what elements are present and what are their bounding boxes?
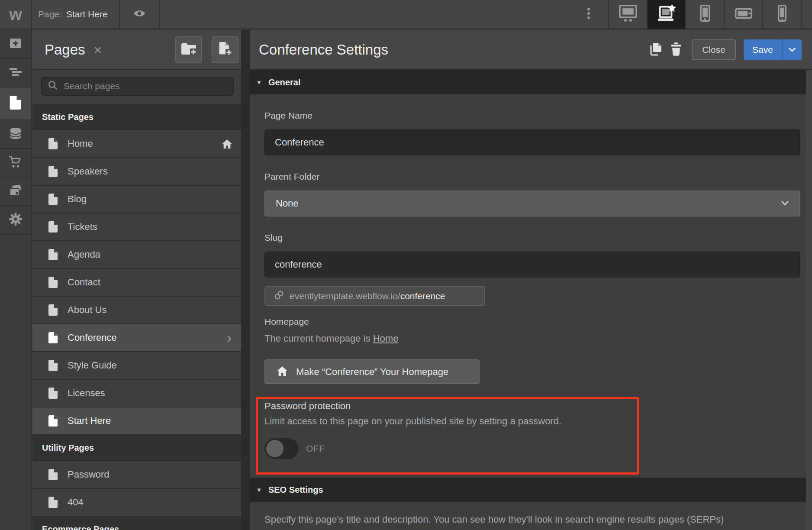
- page-item-blog[interactable]: Blog: [32, 186, 241, 213]
- save-options-button[interactable]: [782, 39, 802, 60]
- url-prefix: eventlytemplate.webflow.io/: [290, 291, 400, 301]
- section-general-header[interactable]: ▼ General: [250, 70, 806, 94]
- pages-list: Static PagesHomeSpeakersBlogTicketsAgend…: [32, 104, 241, 530]
- page-file-icon: [48, 138, 58, 149]
- webflow-logo[interactable]: w: [0, 0, 32, 29]
- top-bar: w Page: Start Here: [0, 0, 812, 29]
- pages-section-header: Ecommerce Pages: [32, 517, 241, 530]
- slug-label: Slug: [264, 233, 812, 244]
- add-page-button[interactable]: [212, 36, 238, 63]
- page-indicator-value: Start Here: [66, 9, 108, 19]
- seo-description: Specify this page's title and descriptio…: [264, 514, 812, 525]
- current-homepage-text: The current homepage is: [264, 333, 373, 344]
- save-button[interactable]: Save: [744, 39, 782, 60]
- slug-input[interactable]: [264, 252, 800, 278]
- page-item-label: Contact: [68, 277, 100, 288]
- toolbar-assets-button[interactable]: [0, 178, 31, 206]
- url-slug: conference: [400, 291, 445, 301]
- page-item-home[interactable]: Home: [32, 130, 241, 158]
- device-phone-button[interactable]: [762, 0, 801, 29]
- toolbar-pages-button[interactable]: [0, 87, 31, 120]
- duplicate-page-button[interactable]: [649, 42, 662, 58]
- eye-icon: [133, 8, 146, 20]
- toolbar-ecommerce-button[interactable]: [0, 149, 31, 178]
- toolbar-add-elements-button[interactable]: [0, 30, 31, 59]
- page-url-preview[interactable]: eventlytemplate.webflow.io/conference: [264, 286, 485, 306]
- page-item-password[interactable]: Password: [32, 461, 241, 489]
- make-homepage-button[interactable]: Make “Conference” Your Homepage: [264, 359, 480, 384]
- left-toolbar: [0, 30, 32, 530]
- add-elements-icon: [9, 38, 22, 51]
- caret-down-icon: [781, 200, 789, 207]
- pages-panel-title: Pages: [45, 42, 85, 58]
- pages-section-header: Static Pages: [32, 104, 241, 130]
- page-item-label: Start Here: [68, 415, 111, 427]
- section-seo-label: SEO Settings: [268, 485, 323, 495]
- pages-icon: [10, 96, 21, 111]
- password-protection-desc: Limit access to this page on your publis…: [264, 416, 812, 428]
- page-item-404[interactable]: 404: [32, 489, 241, 517]
- page-item-start-here[interactable]: Start Here: [32, 407, 241, 435]
- parent-folder-select[interactable]: None: [264, 191, 800, 217]
- page-item-about-us[interactable]: About Us: [32, 297, 241, 324]
- page-item-tickets[interactable]: Tickets: [32, 213, 241, 241]
- panel-divider: [241, 30, 250, 530]
- topbar-spacer: [160, 0, 569, 29]
- navigator-icon: [9, 68, 22, 78]
- page-item-agenda[interactable]: Agenda: [32, 241, 241, 269]
- page-item-label: About Us: [68, 304, 107, 316]
- parent-folder-value: None: [276, 198, 299, 209]
- pages-panel-header: Pages ×: [32, 30, 241, 70]
- toolbar-navigator-button[interactable]: [0, 59, 31, 87]
- page-item-label: Conference: [68, 332, 117, 343]
- device-tablet-button[interactable]: [685, 0, 724, 29]
- page-file-icon: [48, 469, 58, 480]
- device-desktop-button[interactable]: [608, 0, 647, 29]
- page-file-icon: [48, 277, 58, 288]
- page-item-style-guide[interactable]: Style Guide: [32, 352, 241, 380]
- current-page-indicator[interactable]: Page: Start Here: [32, 0, 120, 29]
- preview-toggle-button[interactable]: [120, 0, 160, 29]
- password-protection-title: Password protection: [264, 401, 812, 412]
- search-input[interactable]: [63, 81, 227, 92]
- add-folder-button[interactable]: [175, 36, 202, 63]
- folder-add-icon: [180, 42, 197, 58]
- page-indicator-label: Page:: [38, 9, 62, 19]
- page-item-label: Agenda: [68, 249, 100, 260]
- general-section-body: Page Name Parent Folder None Slug eventl…: [250, 110, 812, 459]
- toolbar-settings-button[interactable]: [0, 206, 31, 235]
- current-homepage-line: The current homepage is Home: [264, 333, 812, 345]
- pages-search-box[interactable]: [41, 77, 234, 96]
- ecommerce-icon: [9, 156, 23, 170]
- page-name-input[interactable]: [264, 129, 800, 155]
- pages-panel-close-icon[interactable]: ×: [94, 43, 102, 57]
- device-tablet-landscape-button[interactable]: [724, 0, 762, 29]
- overflow-menu-button[interactable]: [569, 0, 608, 29]
- home-icon: [277, 366, 288, 378]
- page-item-contact[interactable]: Contact: [32, 269, 241, 297]
- homepage-link[interactable]: Home: [373, 333, 399, 344]
- kebab-menu-icon: [587, 7, 590, 21]
- link-icon: [274, 290, 284, 302]
- page-item-label: Home: [68, 138, 93, 149]
- page-item-speakers[interactable]: Speakers: [32, 158, 241, 186]
- close-button[interactable]: Close: [692, 39, 736, 60]
- page-item-conference[interactable]: Conference›: [32, 324, 241, 352]
- tablet-icon: [696, 4, 715, 24]
- page-item-licenses[interactable]: Licenses: [32, 380, 241, 407]
- search-icon: [48, 81, 58, 92]
- collapse-triangle-icon: ▼: [256, 79, 262, 86]
- device-laptop-star-button[interactable]: [647, 0, 685, 29]
- page-file-icon: [48, 388, 58, 399]
- page-item-label: Password: [68, 469, 110, 480]
- page-item-label: Licenses: [68, 388, 105, 399]
- page-add-icon: [218, 41, 232, 58]
- scrollbar-track[interactable]: [806, 70, 812, 530]
- toggle-state-label: OFF: [306, 443, 325, 454]
- password-toggle[interactable]: [264, 438, 299, 459]
- chevron-down-icon: [788, 46, 796, 54]
- section-seo-header[interactable]: ▼ SEO Settings: [250, 478, 806, 502]
- toolbar-cms-collections-button[interactable]: [0, 120, 31, 149]
- page-file-icon: [48, 304, 58, 316]
- delete-page-button[interactable]: [670, 42, 682, 58]
